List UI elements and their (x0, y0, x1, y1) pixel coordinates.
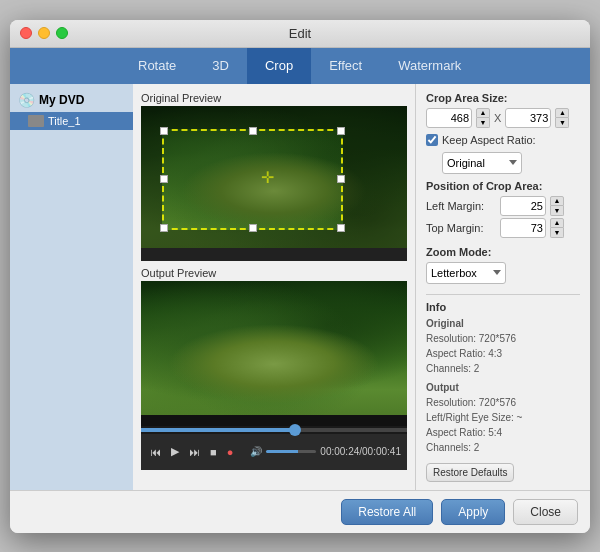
output-lr-eye: Left/Right Eye Size: ~ (426, 410, 580, 425)
seek-fill (141, 428, 295, 432)
main-content: 💿 My DVD Title_1 Original Preview (10, 84, 590, 490)
top-margin-down[interactable]: ▼ (550, 228, 564, 238)
crop-area-title: Crop Area Size: (426, 92, 580, 104)
tab-rotate[interactable]: Rotate (120, 48, 194, 84)
minimize-traffic-light[interactable] (38, 27, 50, 39)
crop-height-down[interactable]: ▼ (555, 118, 569, 128)
stop-button[interactable]: ■ (207, 444, 220, 460)
tab-sidebar-row: Rotate 3D Crop Effect Watermark (10, 48, 590, 84)
prev-button[interactable]: ⏮ (147, 444, 164, 460)
keep-aspect-checkbox[interactable] (426, 134, 438, 146)
crop-width-input[interactable] (426, 108, 472, 128)
aspect-select-row: Original 16:9 4:3 1:1 (442, 152, 580, 174)
volume-slider[interactable] (266, 450, 316, 453)
seek-thumb[interactable] (289, 424, 301, 436)
output-dark-bottom (141, 415, 407, 425)
crop-width-down[interactable]: ▼ (476, 118, 490, 128)
top-margin-up[interactable]: ▲ (550, 218, 564, 228)
original-preview-label: Original Preview (141, 92, 407, 104)
restore-all-button[interactable]: Restore All (341, 499, 433, 525)
zoom-section: Zoom Mode: Letterbox Pan & Scan Full (426, 246, 580, 284)
bottom-bar: Restore All Apply Close (10, 490, 590, 533)
sidebar-item-title1[interactable]: Title_1 (10, 112, 133, 130)
original-resolution: Resolution: 720*576 (426, 331, 580, 346)
tab-watermark[interactable]: Watermark (380, 48, 479, 84)
volume-icon: 🔊 (250, 446, 262, 457)
tab-crop[interactable]: Crop (247, 48, 311, 84)
crop-width-spinner[interactable]: ▲ ▼ (476, 108, 490, 128)
left-margin-spinner[interactable]: ▲ ▼ (550, 196, 564, 216)
title-bar: Edit (10, 20, 590, 48)
output-info: Output Resolution: 720*576 Left/Right Ey… (426, 380, 580, 455)
top-margin-spinner[interactable]: ▲ ▼ (550, 218, 564, 238)
crop-handle-ml[interactable] (160, 175, 168, 183)
crop-handle-mr[interactable] (337, 175, 345, 183)
next-frame-button[interactable]: ⏭ (186, 444, 203, 460)
crop-handle-tr[interactable] (337, 127, 345, 135)
crop-handle-br[interactable] (337, 224, 345, 232)
play-button[interactable]: ▶ (168, 443, 182, 460)
sidebar-title-label: Title_1 (48, 115, 81, 127)
original-info: Original Resolution: 720*576 Aspect Rati… (426, 316, 580, 376)
original-preview-box (141, 106, 407, 261)
playback-controls: ⏮ ▶ ⏭ ■ ● 🔊 00:00:24/00:00:41 (141, 434, 407, 470)
crop-area-section: Crop Area Size: ▲ ▼ X ▲ ▼ (426, 92, 580, 128)
left-margin-row: Left Margin: ▲ ▼ (426, 196, 580, 216)
time-total: 00:00:41 (362, 446, 401, 457)
crop-overlay[interactable] (162, 129, 343, 230)
output-video-frame (141, 281, 407, 426)
sidebar: 💿 My DVD Title_1 (10, 84, 133, 490)
output-preview-box (141, 281, 407, 426)
aspect-ratio-select[interactable]: Original 16:9 4:3 1:1 (442, 152, 522, 174)
crop-size-row: ▲ ▼ X ▲ ▼ (426, 108, 580, 128)
title-icon (28, 115, 44, 127)
video-dark-bottom (141, 248, 407, 260)
tab-bar: Rotate 3D Crop Effect Watermark (120, 48, 590, 84)
crop-handle-tl[interactable] (160, 127, 168, 135)
keep-aspect-row: Keep Aspect Ratio: (426, 134, 580, 146)
crop-handle-tm[interactable] (249, 127, 257, 135)
crop-height-input[interactable] (505, 108, 551, 128)
info-section: Info Original Resolution: 720*576 Aspect… (426, 294, 580, 482)
zoom-title: Zoom Mode: (426, 246, 580, 258)
original-aspect: Aspect Ratio: 4:3 (426, 346, 580, 361)
original-channels: Channels: 2 (426, 361, 580, 376)
maximize-traffic-light[interactable] (56, 27, 68, 39)
crop-height-up[interactable]: ▲ (555, 108, 569, 118)
main-window: Edit Rotate 3D Crop Effect Watermark 💿 M… (10, 20, 590, 533)
left-margin-up[interactable]: ▲ (550, 196, 564, 206)
crop-width-up[interactable]: ▲ (476, 108, 490, 118)
sidebar-root-label: My DVD (39, 93, 84, 107)
output-aspect: Aspect Ratio: 5:4 (426, 425, 580, 440)
top-margin-label: Top Margin: (426, 222, 496, 234)
tab-effect[interactable]: Effect (311, 48, 380, 84)
restore-defaults-button[interactable]: Restore Defaults (426, 463, 514, 482)
close-traffic-light[interactable] (20, 27, 32, 39)
window-title: Edit (289, 26, 311, 41)
crop-handle-bl[interactable] (160, 224, 168, 232)
apply-button[interactable]: Apply (441, 499, 505, 525)
top-margin-row: Top Margin: ▲ ▼ (426, 218, 580, 238)
original-preview-section: Original Preview (141, 92, 407, 261)
seek-bar[interactable] (141, 426, 407, 434)
crop-height-spinner[interactable]: ▲ ▼ (555, 108, 569, 128)
output-preview-label: Output Preview (141, 267, 407, 279)
tab-3d[interactable]: 3D (194, 48, 247, 84)
left-margin-down[interactable]: ▼ (550, 206, 564, 216)
position-title: Position of Crop Area: (426, 180, 580, 192)
crop-handle-bm[interactable] (249, 224, 257, 232)
zoom-mode-select[interactable]: Letterbox Pan & Scan Full (426, 262, 506, 284)
traffic-lights (20, 27, 68, 39)
record-button[interactable]: ● (224, 444, 237, 460)
output-resolution: Resolution: 720*576 (426, 395, 580, 410)
close-button[interactable]: Close (513, 499, 578, 525)
sidebar-item-mydvd[interactable]: 💿 My DVD (10, 88, 133, 112)
position-section: Position of Crop Area: Left Margin: ▲ ▼ … (426, 180, 580, 240)
original-info-label: Original (426, 316, 580, 331)
time-current: 00:00:24 (320, 446, 359, 457)
left-margin-input[interactable] (500, 196, 546, 216)
time-display: 00:00:24/00:00:41 (320, 446, 401, 457)
info-title: Info (426, 301, 580, 313)
output-channels: Channels: 2 (426, 440, 580, 455)
top-margin-input[interactable] (500, 218, 546, 238)
